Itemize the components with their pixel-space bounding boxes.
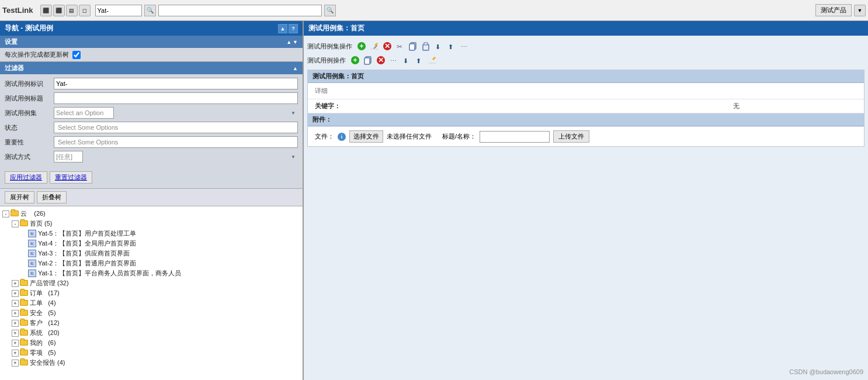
expand-tree-button[interactable]: 展开树	[5, 191, 34, 203]
filter-select-tcsuite[interactable]: Select an Option	[54, 107, 114, 119]
search-input[interactable]	[95, 5, 142, 16]
tccase-edit-icon[interactable]	[426, 54, 438, 66]
title-label: 标题/名称：	[442, 132, 476, 141]
tccase-more-icon[interactable]: ⋯	[388, 54, 400, 66]
settings-header[interactable]: 设置 ▲ ▼	[0, 36, 303, 48]
filter-header[interactable]: 过滤器 ▲	[0, 62, 303, 74]
nav-icon-help[interactable]: ?	[289, 24, 298, 33]
keyword-spacer	[362, 103, 733, 110]
toolbar-icon-1[interactable]: ⬛	[40, 5, 52, 16]
list-item[interactable]: + 我的 (6)	[2, 338, 300, 348]
filter-row-0: 测试用例标识	[5, 78, 298, 89]
tree-node-customer-label: 客户 (12)	[30, 319, 60, 327]
tree-toggle-mine[interactable]: +	[12, 340, 19, 347]
tree-node-home[interactable]: - 首页 (5)	[2, 219, 300, 229]
search-input2[interactable]	[158, 5, 322, 16]
spacer	[21, 270, 28, 277]
tcsuite-copy-icon[interactable]	[407, 40, 419, 52]
tccase-copy-icon[interactable]	[362, 54, 374, 66]
list-item[interactable]: tc Yat-4：【首页】全局用户首页界面	[2, 239, 300, 248]
tree-node-system-label: 系统 (20)	[30, 329, 60, 337]
tree-leaf-label: Yat-2：【首页】普通用户首页界面	[38, 259, 136, 268]
tree-leaf-label: Yat-4：【首页】全局用户首页界面	[38, 239, 136, 248]
product-button[interactable]: 测试产品	[815, 4, 852, 16]
tcsuite-delete-icon[interactable]: ✕	[381, 40, 393, 52]
tcsuite-add-icon[interactable]: +	[356, 40, 367, 52]
tree-toggle-security[interactable]: +	[12, 310, 19, 317]
list-item[interactable]: + 零项 (5)	[2, 348, 300, 358]
collapse-tree-button[interactable]: 折叠树	[37, 191, 67, 203]
list-item[interactable]: tc Yat-5：【首页】用户首页处理工单	[2, 229, 300, 239]
tccase-export-icon[interactable]: ⬇	[401, 54, 412, 66]
filter-collapse-icon[interactable]: ▲	[293, 65, 298, 71]
tcsuite-edit-icon[interactable]	[369, 40, 380, 52]
tree-toggle-product[interactable]: +	[12, 280, 19, 287]
upload-button[interactable]: 上传文件	[553, 130, 589, 143]
folder-icon-security-report	[20, 360, 28, 367]
svg-rect-9	[409, 44, 415, 50]
search-button[interactable]: 🔍	[144, 5, 156, 16]
nav-icon-up[interactable]: ▲	[278, 24, 287, 33]
tree-toggle-order[interactable]: +	[12, 290, 19, 297]
folder-icon-order	[20, 290, 28, 297]
list-item[interactable]: tc Yat-3：【首页】供应商首页界面	[2, 248, 300, 258]
tree-toggle-security-report[interactable]: +	[12, 360, 19, 367]
tree-leaf-label: Yat-5：【首页】用户首页处理工单	[38, 229, 136, 238]
settings-checkbox[interactable]	[72, 51, 81, 59]
list-item[interactable]: tc Yat-2：【首页】普通用户首页界面	[2, 258, 300, 268]
reset-filter-button[interactable]: 重置过滤器	[50, 171, 92, 184]
choose-file-button[interactable]: 选择文件	[349, 130, 383, 143]
list-item[interactable]: tc Yat-1：【首页】平台商务人员首页界面，商务人员	[2, 268, 300, 278]
keyword-value: 无	[733, 102, 857, 110]
filter-multiselect-status[interactable]: Select Some Options	[54, 122, 298, 133]
tccase-add-icon[interactable]: +	[349, 54, 361, 66]
list-item[interactable]: + 安全报告 (4)	[2, 358, 300, 368]
filter-select-testmethod[interactable]: [任意]	[54, 151, 83, 163]
top-bar: TestLink ⬛ ⬛ ▤ ◻ 🔍 🔍 测试产品 ▼	[0, 0, 868, 21]
list-item[interactable]: + 订单 (17)	[2, 288, 300, 298]
tree-toggle-customer[interactable]: +	[12, 320, 19, 327]
svg-text:+: +	[353, 56, 357, 64]
tcsuite-import-icon[interactable]: ⬆	[446, 40, 457, 52]
list-item[interactable]: + 产品管理 (32)	[2, 278, 300, 288]
list-item[interactable]: + 安全 (5)	[2, 308, 300, 318]
list-item[interactable]: + 工单 (4)	[2, 298, 300, 308]
search-button2[interactable]: 🔍	[324, 5, 336, 16]
tccase-delete-icon[interactable]: ✕	[375, 54, 387, 66]
tcsuite-paste-icon[interactable]	[420, 40, 432, 52]
filter-status-placeholder: Select Some Options	[58, 124, 118, 131]
right-content: 测试用例集操作 + ✕ ✂	[304, 36, 868, 380]
tree-toggle-zero[interactable]: +	[12, 350, 19, 357]
nav-header-icons: ▲ ?	[278, 24, 298, 33]
filter-label-5: 测试方式	[5, 153, 51, 161]
filter-input-tc-title[interactable]	[54, 92, 298, 104]
detail-section[interactable]: 详细	[308, 83, 864, 99]
list-item[interactable]: + 客户 (12)	[2, 318, 300, 328]
filter-row-2: 测试用例集 Select an Option	[5, 107, 298, 119]
tccase-import-icon[interactable]: ⬆	[414, 54, 425, 66]
tree-toggle-system[interactable]: +	[12, 330, 19, 337]
toolbar-tcsuite-label: 测试用例集操作	[307, 42, 352, 51]
folder-icon-home	[20, 220, 28, 227]
toolbar-icon-3[interactable]: ▤	[66, 5, 78, 16]
tcsuite-cut-icon[interactable]: ✂	[394, 40, 406, 52]
filter-multiselect-importance[interactable]: Select Some Options	[54, 136, 298, 148]
tcsuite-more-icon[interactable]: ⋯	[459, 40, 470, 52]
filter-input-tc-id[interactable]	[54, 78, 298, 89]
tree-toggle-ticket[interactable]: +	[12, 300, 19, 307]
settings-label: 每次操作完成都更新树	[5, 50, 69, 59]
settings-up-icon[interactable]: ▲	[286, 39, 291, 45]
list-item[interactable]: + 系统 (20)	[2, 328, 300, 338]
top-right-icon[interactable]: ▼	[854, 5, 866, 16]
apply-filter-button[interactable]: 应用过滤器	[5, 171, 47, 184]
tree-node-root[interactable]: - 云 (26)	[2, 209, 300, 219]
toolbar-icon-2[interactable]: ⬛	[53, 5, 65, 16]
attachment-header: 附件：	[308, 113, 864, 126]
settings-down-icon[interactable]: ▼	[293, 39, 298, 45]
tree-toggle-root[interactable]: -	[2, 210, 9, 217]
filter-buttons: 应用过滤器 重置过滤器	[0, 169, 303, 188]
toolbar-icon-4[interactable]: ◻	[79, 5, 91, 16]
tcsuite-export-icon[interactable]: ⬇	[433, 40, 445, 52]
tree-toggle-home[interactable]: -	[12, 220, 19, 227]
title-input[interactable]	[480, 131, 550, 143]
